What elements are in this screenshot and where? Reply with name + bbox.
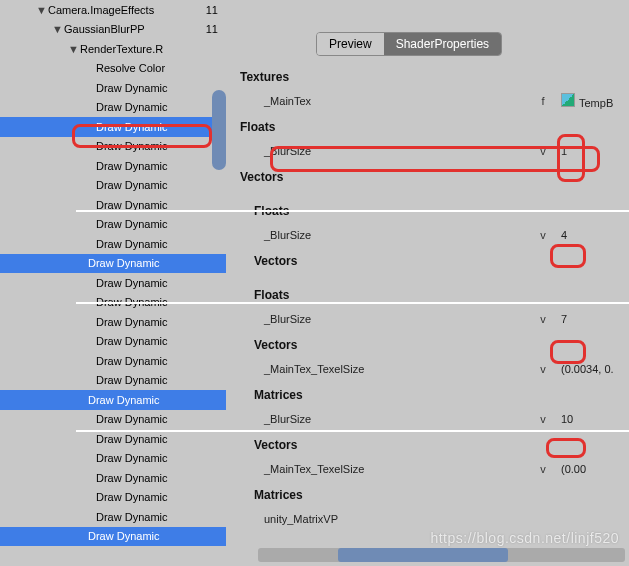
- prop-maintex[interactable]: _MainTex f TempB: [236, 90, 625, 112]
- prop-value: TempB: [555, 93, 625, 109]
- texture-swatch-icon: [561, 93, 575, 107]
- tree-row-label: RenderTexture.R: [80, 43, 226, 55]
- tree-row-count: 11: [206, 23, 218, 35]
- tree-row-label: Draw Dynamic: [96, 452, 226, 464]
- tree-row[interactable]: ▼Camera.ImageEffects11: [0, 0, 226, 20]
- tree-row-label: Draw Dynamic: [96, 179, 226, 191]
- tree-row-label: Draw Dynamic: [96, 374, 226, 386]
- tree-row[interactable]: Draw Dynamic: [0, 98, 226, 118]
- prop-name: _BlurSize: [264, 413, 531, 425]
- prop-value: (0.00: [555, 463, 625, 475]
- tree-row-label: Draw Dynamic: [88, 530, 226, 542]
- tree-row[interactable]: Draw Dynamic: [0, 156, 226, 176]
- disclosure-triangle-icon[interactable]: ▼: [36, 4, 46, 16]
- tree-row[interactable]: Draw Dynamic: [0, 312, 226, 332]
- prop-matrixvp[interactable]: unity_MatrixVP: [236, 508, 625, 530]
- tree-row[interactable]: Draw Dynamic: [0, 117, 226, 137]
- tree-row-label: Draw Dynamic: [96, 218, 226, 230]
- prop-texelsize[interactable]: _MainTex_TexelSize v (0.0034, 0.: [236, 358, 625, 380]
- tree-row-label: Draw Dynamic: [96, 335, 226, 347]
- tree-row[interactable]: Draw Dynamic: [0, 449, 226, 469]
- prop-blursize[interactable]: _BlurSize v 10: [236, 408, 625, 430]
- tree-row[interactable]: Resolve Color: [0, 59, 226, 79]
- tree-row-label: Draw Dynamic: [96, 355, 226, 367]
- prop-blursize[interactable]: _BlurSize v 7: [236, 308, 625, 330]
- prop-blursize[interactable]: _BlurSize v 1: [236, 140, 625, 162]
- prop-name: _MainTex_TexelSize: [264, 363, 531, 375]
- tree-row[interactable]: Draw Dynamic: [0, 273, 226, 293]
- tree-row[interactable]: Draw Dynamic: [0, 371, 226, 391]
- prop-type: v: [531, 363, 555, 375]
- prop-type: v: [531, 145, 555, 157]
- section-vectors: Vectors: [254, 338, 625, 352]
- tree-row-label: Resolve Color: [96, 62, 226, 74]
- prop-type: v: [531, 413, 555, 425]
- prop-blursize[interactable]: _BlurSize v 4: [236, 224, 625, 246]
- tree-row[interactable]: Draw Dynamic: [0, 410, 226, 430]
- tree-row[interactable]: Draw Dynamic: [0, 234, 226, 254]
- prop-type: v: [531, 229, 555, 241]
- tree-row-label: Draw Dynamic: [96, 472, 226, 484]
- section-vectors: Vectors: [240, 170, 625, 184]
- tree-row-label: Draw Dynamic: [96, 277, 226, 289]
- tree-row-label: Draw Dynamic: [96, 140, 226, 152]
- tree-row-label: Draw Dynamic: [88, 257, 226, 269]
- prop-name: _BlurSize: [264, 229, 531, 241]
- tree-row-label: Draw Dynamic: [96, 491, 226, 503]
- tree-row-count: 11: [206, 4, 218, 16]
- tab-shader-properties[interactable]: ShaderProperties: [384, 33, 501, 55]
- tree-scrollbar[interactable]: [212, 90, 226, 170]
- section-vectors: Vectors: [254, 438, 625, 452]
- tree-row[interactable]: Draw Dynamic: [0, 488, 226, 508]
- prop-value: 1: [555, 145, 625, 157]
- prop-value: 10: [555, 413, 625, 425]
- tree-row-label: Draw Dynamic: [96, 238, 226, 250]
- disclosure-triangle-icon[interactable]: ▼: [68, 43, 78, 55]
- section-floats: Floats: [254, 288, 625, 302]
- tree-row-label: Draw Dynamic: [96, 433, 226, 445]
- section-matrices: Matrices: [254, 488, 625, 502]
- prop-name: _BlurSize: [264, 145, 531, 157]
- divider: [76, 210, 629, 212]
- inspector-panel: Preview ShaderProperties Textures _MainT…: [226, 0, 629, 566]
- tree-row[interactable]: Draw Dynamic: [0, 390, 226, 410]
- prop-type: v: [531, 313, 555, 325]
- section-floats: Floats: [240, 120, 625, 134]
- prop-texelsize[interactable]: _MainTex_TexelSize v (0.00: [236, 458, 625, 480]
- tree-row[interactable]: ▼GaussianBlurPP11: [0, 20, 226, 40]
- tree-row-label: Draw Dynamic: [96, 82, 226, 94]
- prop-type: f: [531, 95, 555, 107]
- prop-value: (0.0034, 0.: [555, 363, 625, 375]
- section-textures: Textures: [240, 70, 625, 84]
- tree-row-label: Draw Dynamic: [96, 160, 226, 172]
- section-vectors: Vectors: [254, 254, 625, 268]
- tree-row-label: GaussianBlurPP: [64, 23, 206, 35]
- tree-row-label: Draw Dynamic: [96, 511, 226, 523]
- tree-row-label: Draw Dynamic: [96, 121, 226, 133]
- tree-row[interactable]: Draw Dynamic: [0, 176, 226, 196]
- tree-row[interactable]: Draw Dynamic: [0, 468, 226, 488]
- prop-name: unity_MatrixVP: [264, 513, 625, 525]
- scrollbar-thumb[interactable]: [338, 548, 508, 562]
- horizontal-scrollbar[interactable]: [258, 548, 625, 562]
- prop-name: _MainTex: [264, 95, 531, 107]
- tree-row-label: Draw Dynamic: [96, 413, 226, 425]
- tree-row[interactable]: Draw Dynamic: [0, 351, 226, 371]
- prop-type: v: [531, 463, 555, 475]
- tree-row[interactable]: Draw Dynamic: [0, 507, 226, 527]
- tree-row[interactable]: Draw Dynamic: [0, 527, 226, 547]
- divider: [76, 430, 629, 432]
- tree-row[interactable]: Draw Dynamic: [0, 332, 226, 352]
- tree-row[interactable]: Draw Dynamic: [0, 215, 226, 235]
- tab-bar: Preview ShaderProperties: [316, 32, 502, 56]
- section-matrices: Matrices: [254, 388, 625, 402]
- tree-row[interactable]: Draw Dynamic: [0, 78, 226, 98]
- tree-row-label: Draw Dynamic: [96, 316, 226, 328]
- tab-preview[interactable]: Preview: [317, 33, 384, 55]
- tree-row-label: Camera.ImageEffects: [48, 4, 206, 16]
- disclosure-triangle-icon[interactable]: ▼: [52, 23, 62, 35]
- hierarchy-tree: ▼Camera.ImageEffects11▼GaussianBlurPP11▼…: [0, 0, 226, 566]
- tree-row[interactable]: Draw Dynamic: [0, 254, 226, 274]
- tree-row[interactable]: Draw Dynamic: [0, 137, 226, 157]
- tree-row[interactable]: ▼RenderTexture.R: [0, 39, 226, 59]
